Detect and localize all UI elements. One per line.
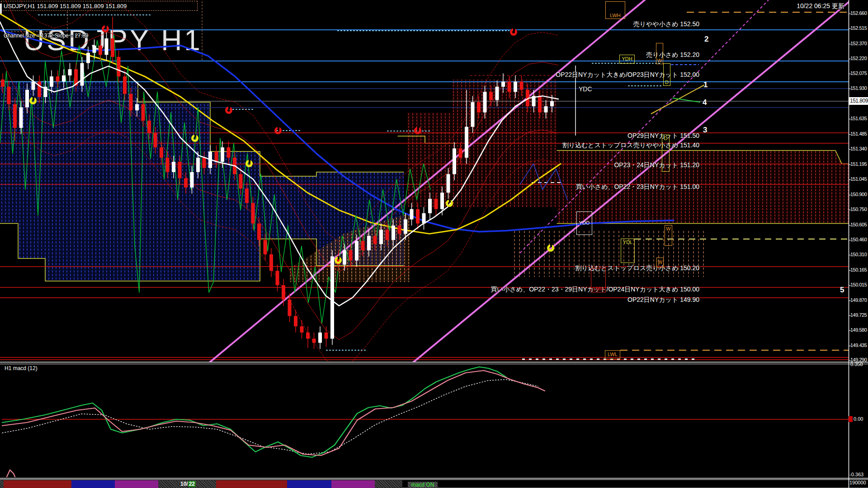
candle-body xyxy=(343,250,346,265)
candle-body xyxy=(7,87,11,104)
candle-body xyxy=(392,225,395,240)
fractal-marker-yellow xyxy=(446,200,453,207)
candle-body xyxy=(154,133,157,147)
candle-body xyxy=(245,188,249,203)
axis-tick xyxy=(849,255,851,255)
annotation-label: OP22日NYカット大きめ/OP23日NYカット 152.00 xyxy=(556,71,699,79)
pivot-box-ydo: YDO xyxy=(576,211,592,235)
timeline-segment[interactable] xyxy=(287,480,331,488)
price-axis-label: 151.045 xyxy=(850,176,867,182)
axis-tick xyxy=(849,149,851,150)
candle-body xyxy=(19,107,23,128)
axis-tick xyxy=(849,285,851,286)
candle-body xyxy=(361,241,365,250)
axis-tick xyxy=(849,315,851,316)
candle-body xyxy=(196,158,200,172)
candle-body xyxy=(105,38,108,55)
macd-zero-label: 0.00 xyxy=(854,416,863,422)
candle-body xyxy=(483,92,487,113)
pivot-box-lmh: LMH xyxy=(591,268,606,292)
price-axis-label: 150.460 xyxy=(850,237,867,242)
price-axis-label: 152.370 xyxy=(850,41,867,46)
annotation-label: 売り小さめ 152.20 xyxy=(646,51,699,59)
candle-body xyxy=(434,199,438,209)
axis-tick xyxy=(849,195,851,195)
candle-body xyxy=(178,162,182,178)
price-axis-label: 150.015 xyxy=(850,282,867,287)
candle-body xyxy=(459,148,462,157)
axis-tick xyxy=(849,28,851,29)
candle-body xyxy=(294,316,297,326)
candle-body xyxy=(184,178,188,187)
candle-body xyxy=(215,151,218,162)
candle-body xyxy=(404,220,407,234)
pivot-box-w: W xyxy=(665,225,672,246)
candle-body xyxy=(386,230,389,240)
timeline-segment[interactable] xyxy=(216,480,287,488)
candle-body xyxy=(440,192,444,209)
candle-body xyxy=(373,236,377,244)
axis-tick xyxy=(849,300,851,301)
annotation-label: 割り込むとストップロス売りやや小さめ 151.40 xyxy=(562,141,699,150)
wave-count-label: 4 xyxy=(703,98,707,107)
candle-body xyxy=(367,236,371,250)
candle-body xyxy=(99,46,102,55)
axis-tick xyxy=(849,59,851,59)
macd-pane[interactable] xyxy=(2,367,849,480)
candle-body xyxy=(428,199,432,213)
candle-body xyxy=(282,285,285,300)
timeline-segment[interactable] xyxy=(331,480,375,488)
candle-body xyxy=(544,106,548,113)
main-price-pane[interactable] xyxy=(0,0,857,375)
candle-body xyxy=(514,82,517,92)
fractal-marker-yellow xyxy=(335,257,342,264)
macd-toggle-button[interactable]: macd ON xyxy=(408,482,438,488)
timeline-segment[interactable] xyxy=(71,480,115,488)
last-updated-label: 10/22 06:25 更新 xyxy=(797,2,844,10)
candle-body xyxy=(306,333,310,339)
price-axis-label: 151.635 xyxy=(850,116,867,121)
pivot-box-lwl: LWL xyxy=(605,350,620,359)
candle-body xyxy=(379,230,383,244)
candle-body xyxy=(203,158,206,168)
candlestick-chart-canvas[interactable] xyxy=(0,0,868,488)
price-axis-label: 149.870 xyxy=(850,297,867,303)
candle-body xyxy=(142,104,145,121)
candle-body xyxy=(38,82,41,97)
fractal-marker-red xyxy=(225,107,232,114)
candle-body xyxy=(129,94,133,110)
candle-body xyxy=(50,76,53,87)
timeline-scrollbar[interactable] xyxy=(0,480,402,488)
pivot-box-ydl: YDL xyxy=(621,239,635,263)
price-axis-label: 149.580 xyxy=(850,327,867,333)
pivot-box-lwh: LWH xyxy=(605,1,625,19)
pivot-box-d: D xyxy=(663,63,670,86)
pivot-box-d: D xyxy=(662,135,670,172)
candle-body xyxy=(422,213,426,224)
price-axis-label: 150.310 xyxy=(850,252,867,257)
candle-body xyxy=(227,147,231,158)
symbol-ohlc-readout: USDJPY,H1 151.809 151.809 151.809 151.80… xyxy=(4,3,127,9)
axis-tick xyxy=(849,210,851,210)
timeline-segment[interactable] xyxy=(4,480,71,488)
wave-count-label: 3 xyxy=(703,126,707,135)
candle-body xyxy=(550,101,554,106)
price-axis-label: 150.605 xyxy=(850,222,867,227)
macd-zero-marker xyxy=(849,416,853,422)
candle-body xyxy=(495,87,499,100)
candle-body xyxy=(276,271,279,285)
candle-body xyxy=(86,53,90,63)
candle-body xyxy=(190,172,194,188)
fractal-marker-red xyxy=(274,127,282,134)
candle-body xyxy=(447,174,450,192)
fractal-marker-red xyxy=(510,28,517,36)
candle-body xyxy=(251,203,255,224)
axis-tick xyxy=(849,346,851,346)
candle-body xyxy=(239,174,243,188)
fractal-marker-yellow xyxy=(29,97,37,104)
timeline-segment[interactable] xyxy=(115,480,158,488)
macd-indicator-title: H1 macd (12) xyxy=(5,365,38,371)
candle-body xyxy=(288,300,292,316)
axis-tick xyxy=(849,119,851,119)
price-axis-label: 150.165 xyxy=(850,267,867,272)
